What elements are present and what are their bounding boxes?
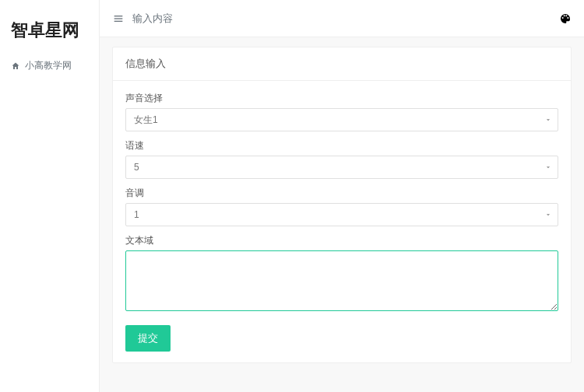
- topbar: 输入内容: [100, 0, 584, 37]
- textarea-label: 文本域: [125, 234, 558, 247]
- card-title: 信息输入: [113, 47, 571, 81]
- voice-label: 声音选择: [125, 92, 558, 105]
- form-card: 信息输入 声音选择 女生1 语速 5: [112, 47, 572, 363]
- home-icon: [11, 61, 20, 71]
- main: 输入内容 信息输入 声音选择 女生1 语速: [100, 0, 584, 392]
- pitch-select[interactable]: 1: [125, 203, 558, 226]
- content: 信息输入 声音选择 女生1 语速 5: [100, 37, 584, 392]
- submit-button[interactable]: 提交: [125, 325, 171, 352]
- palette-icon[interactable]: [559, 12, 572, 25]
- speed-label: 语速: [125, 139, 558, 152]
- menu-icon[interactable]: [112, 12, 125, 25]
- speed-select[interactable]: 5: [125, 156, 558, 179]
- sidebar-item-home[interactable]: 小高教学网: [0, 53, 99, 79]
- sidebar: 智卓星网 小高教学网: [0, 0, 100, 392]
- pitch-label: 音调: [125, 187, 558, 200]
- text-input[interactable]: [125, 250, 558, 311]
- voice-select[interactable]: 女生1: [125, 108, 558, 131]
- brand-title: 智卓星网: [0, 0, 99, 53]
- breadcrumb: 输入内容: [132, 12, 173, 26]
- sidebar-item-label: 小高教学网: [25, 59, 72, 72]
